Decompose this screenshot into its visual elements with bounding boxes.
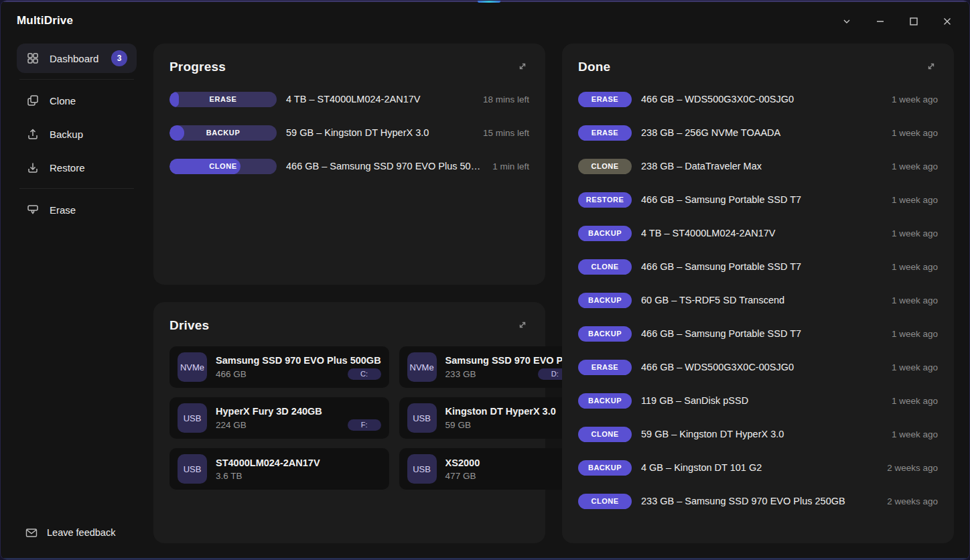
sidebar-item-clone[interactable]: Clone — [17, 86, 137, 115]
progress-panel: Progress ERASE 4 TB – ST4000LM024-2AN17V… — [153, 44, 545, 285]
done-time-label: 1 week ago — [892, 295, 938, 305]
drive-letters: C: — [342, 368, 381, 380]
done-time-label: 1 week ago — [892, 228, 938, 238]
done-expand-button[interactable] — [922, 57, 941, 76]
done-item-row: BACKUP 60 GB – TS-RDF5 SD Transcend 1 we… — [578, 283, 938, 317]
sidebar-item-label: Dashboard — [50, 53, 98, 64]
progress-task-row: BACKUP 59 GB – Kingston DT HyperX 3.0 15… — [169, 116, 529, 149]
close-icon — [941, 15, 953, 27]
close-button[interactable] — [937, 11, 957, 31]
operation-badge: BACKUP — [578, 393, 632, 409]
done-time-label: 1 week ago — [892, 329, 938, 339]
maximize-icon — [908, 15, 920, 27]
chevron-down-icon — [841, 15, 853, 27]
done-item-row: CLONE 238 GB – DataTraveler Max 1 week a… — [578, 149, 938, 183]
operation-badge: BACKUP — [578, 226, 632, 241]
window-bottom-border — [1, 558, 969, 559]
done-item-row: RESTORE 466 GB – Samsung Portable SSD T7… — [578, 183, 938, 216]
drive-size: 59 GB — [445, 420, 572, 430]
done-drive-label: 119 GB – SanDisk pSSD — [641, 395, 885, 406]
drive-type-badge: USB — [407, 454, 437, 484]
maximize-button[interactable] — [904, 11, 924, 31]
dashboard-icon — [26, 52, 40, 65]
sidebar-item-restore[interactable]: Restore — [17, 153, 137, 182]
task-drive-label: 4 TB – ST4000LM024-2AN17V — [286, 94, 476, 104]
done-drive-label: 238 GB – DataTraveler Max — [641, 161, 885, 171]
drives-panel-title: Drives — [169, 318, 209, 333]
drive-card[interactable]: USB ST4000LM024-2AN17V 3.6 TB — [169, 448, 389, 490]
dashboard-badge: 3 — [111, 50, 127, 66]
done-drive-label: 4 GB – Kingston DT 101 G2 — [641, 462, 880, 473]
minimize-button[interactable] — [870, 11, 890, 31]
drive-info: Samsung SSD 970 EVO Plus 500GB 466 GB C: — [216, 355, 381, 380]
erase-icon — [26, 203, 40, 216]
done-time-label: 2 weeks ago — [887, 463, 938, 473]
operation-badge: CLONE — [578, 159, 632, 174]
drive-card[interactable]: NVMe Samsung SSD 970 EVO Plus 500GB 466 … — [169, 346, 389, 388]
envelope-icon — [25, 526, 38, 539]
done-item-row: CLONE 466 GB – Samsung Portable SSD T7 1… — [578, 250, 938, 283]
app-title: MultiDrive — [17, 14, 73, 27]
sidebar-item-backup[interactable]: Backup — [17, 119, 137, 149]
clone-icon — [26, 94, 40, 107]
drives-panel: Drives NVMe Samsung SSD 970 EVO Plus 500… — [153, 302, 545, 543]
done-drive-label: 60 GB – TS-RDF5 SD Transcend — [641, 295, 885, 305]
done-time-label: 1 week ago — [892, 362, 938, 372]
done-time-label: 1 week ago — [892, 195, 938, 205]
done-panel-title: Done — [578, 60, 610, 74]
drive-letter-pill: C: — [348, 368, 381, 380]
done-time-label: 1 week ago — [892, 128, 938, 138]
done-drive-label: 466 GB – Samsung Portable SSD T7 — [641, 328, 885, 339]
task-time-left: 18 mins left — [483, 94, 529, 104]
progress-task-row: ERASE 4 TB – ST4000LM024-2AN17V 18 mins … — [169, 82, 529, 116]
operation-label: CLONE — [169, 159, 277, 174]
done-list: ERASE 466 GB – WDS500G3X0C-00SJG0 1 week… — [578, 82, 938, 518]
progress-panel-title: Progress — [169, 60, 226, 74]
drive-size: 233 GB — [445, 369, 533, 379]
task-time-left: 15 mins left — [483, 128, 529, 138]
minimize-icon — [874, 15, 886, 27]
drive-type-badge: NVMe — [178, 352, 207, 382]
operation-badge: ERASE — [578, 360, 632, 375]
done-item-row: BACKUP 119 GB – SanDisk pSSD 1 week ago — [578, 384, 938, 417]
sidebar: Dashboard 3 Clone Backup — [17, 44, 137, 224]
drive-info: ST4000LM024-2AN17V 3.6 TB — [216, 458, 381, 481]
done-item-row: ERASE 466 GB – WDS500G3X0C-00SJG0 1 week… — [578, 350, 938, 384]
operation-label: BACKUP — [169, 125, 277, 141]
drive-meta: 466 GB C: — [216, 368, 381, 380]
drive-size: 224 GB — [216, 420, 342, 430]
sidebar-item-label: Restore — [50, 162, 85, 173]
app-window: MultiDrive Dashboard 3 — [0, 0, 970, 560]
window-controls — [837, 11, 957, 31]
done-drive-label: 466 GB – Samsung Portable SSD T7 — [641, 194, 885, 205]
drive-letter-pill: F: — [348, 419, 381, 431]
done-item-row: ERASE 238 GB – 256G NVMe TOAADA 1 week a… — [578, 116, 938, 149]
done-item-row: BACKUP 4 GB – Kingston DT 101 G2 2 weeks… — [578, 451, 938, 484]
done-item-row: ERASE 466 GB – WDS500G3X0C-00SJG0 1 week… — [578, 82, 938, 116]
done-drive-label: 466 GB – Samsung Portable SSD T7 — [641, 261, 885, 272]
drive-type-badge: USB — [407, 403, 437, 433]
drive-card[interactable]: USB HyperX Fury 3D 240GB 224 GB F: — [169, 397, 389, 439]
drive-type-badge: USB — [178, 454, 207, 484]
done-time-label: 1 week ago — [892, 94, 938, 104]
expand-icon — [516, 60, 529, 73]
progress-expand-button[interactable] — [513, 57, 532, 76]
leave-feedback-button[interactable]: Leave feedback — [25, 526, 115, 539]
leave-feedback-label: Leave feedback — [47, 527, 115, 538]
sidebar-item-dashboard[interactable]: Dashboard 3 — [17, 44, 137, 73]
drive-meta: 224 GB F: — [216, 419, 381, 431]
task-drive-label: 59 GB – Kingston DT HyperX 3.0 — [286, 127, 476, 138]
progress-task-row: CLONE 466 GB – Samsung SSD 970 EVO Plus … — [169, 149, 529, 183]
window-menu-button[interactable] — [837, 11, 857, 31]
done-drive-label: 4 TB – ST4000LM024-2AN17V — [641, 228, 885, 238]
done-item-row: BACKUP 4 TB – ST4000LM024-2AN17V 1 week … — [578, 216, 938, 250]
operation-badge: BACKUP — [578, 293, 632, 308]
sidebar-divider — [19, 79, 134, 80]
drives-expand-button[interactable] — [513, 316, 532, 334]
sidebar-item-erase[interactable]: Erase — [17, 195, 137, 224]
backup-upload-icon — [26, 127, 40, 141]
done-drive-label: 466 GB – WDS500G3X0C-00SJG0 — [641, 94, 885, 104]
done-drive-label: 466 GB – WDS500G3X0C-00SJG0 — [641, 362, 885, 372]
operation-badge: RESTORE — [578, 192, 632, 208]
drive-name: Samsung SSD 970 EVO Plus 500GB — [216, 355, 381, 366]
